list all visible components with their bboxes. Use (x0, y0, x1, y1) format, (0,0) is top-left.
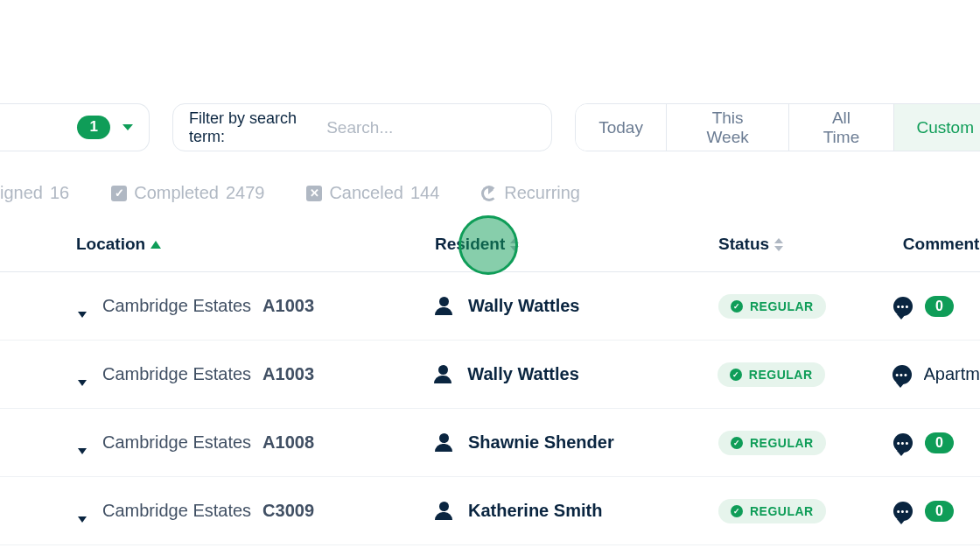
cell-comments[interactable]: •••Apartm (892, 364, 980, 384)
pin-icon (76, 502, 88, 520)
cell-resident: Shawnie Shender (435, 432, 718, 453)
chat-icon: ••• (893, 433, 913, 453)
pin-icon (76, 366, 88, 383)
column-comments[interactable]: Comments (893, 235, 980, 254)
cell-resident: Katherine Smith (435, 501, 718, 521)
search-filter[interactable]: Filter by search term: (172, 103, 552, 151)
pin-icon (76, 298, 88, 315)
cell-status: ✓REGULAR (718, 430, 893, 455)
range-today-button[interactable]: Today (576, 104, 667, 151)
search-label: Filter by search term: (189, 109, 312, 146)
person-icon (435, 502, 452, 520)
date-range-group: Today This Week All Time Custom (575, 103, 980, 151)
pin-icon (76, 434, 88, 452)
cell-comments[interactable]: •••0 (893, 432, 980, 453)
table-row[interactable]: Cambridge EstatesA1003Wally Wattles✓REGU… (0, 272, 980, 341)
column-location[interactable]: Location (76, 235, 435, 254)
tab-canceled[interactable]: ✕ Canceled 144 (306, 183, 439, 203)
person-icon (435, 297, 452, 315)
table-body: Cambridge EstatesA1003Wally Wattles✓REGU… (0, 272, 980, 545)
cell-location: Cambridge EstatesA1003 (76, 364, 434, 384)
verified-icon: ✓ (731, 505, 743, 517)
status-badge: ✓REGULAR (718, 294, 826, 319)
check-icon: ✓ (111, 186, 127, 201)
cell-location: Cambridge EstatesA1003 (76, 296, 435, 316)
status-badge: ✓REGULAR (718, 499, 826, 523)
cell-comments[interactable]: •••0 (893, 501, 980, 522)
filter-dropdown[interactable]: 1 (0, 103, 150, 151)
column-status[interactable]: Status (718, 235, 893, 254)
tab-recurring[interactable]: Recurring (481, 183, 580, 203)
comment-count: 0 (925, 501, 954, 522)
sort-icon (510, 238, 519, 251)
cell-status: ✓REGULAR (718, 498, 893, 523)
cell-location: Cambridge EstatesC3009 (76, 501, 435, 521)
recurring-icon (481, 186, 497, 201)
verified-icon: ✓ (731, 300, 743, 313)
filter-count-badge: 1 (77, 116, 109, 138)
range-custom-button[interactable]: Custom (894, 104, 980, 151)
cell-status: ✓REGULAR (718, 293, 893, 319)
table-row[interactable]: Cambridge EstatesA1008Shawnie Shender✓RE… (0, 409, 980, 477)
sort-asc-icon (150, 241, 161, 249)
table-row[interactable]: Cambridge EstatesA1003Wally Wattles✓REGU… (0, 341, 980, 409)
chat-icon: ••• (893, 502, 913, 521)
cell-comments[interactable]: •••0 (893, 296, 980, 317)
tab-assigned[interactable]: ssigned 16 (0, 183, 69, 203)
range-week-button[interactable]: This Week (667, 104, 790, 151)
comment-text: Apartm (924, 364, 980, 384)
status-badge: ✓REGULAR (718, 362, 825, 387)
verified-icon: ✓ (731, 437, 743, 449)
chat-icon: ••• (892, 365, 912, 384)
verified-icon: ✓ (730, 369, 742, 381)
cell-resident: Wally Wattles (434, 364, 717, 384)
status-badge: ✓REGULAR (718, 431, 826, 455)
person-icon (435, 433, 452, 452)
table-row[interactable]: Cambridge EstatesC3009Katherine Smith✓RE… (0, 477, 980, 545)
cell-location: Cambridge EstatesA1008 (76, 432, 435, 453)
caret-down-icon (122, 124, 133, 130)
chat-icon: ••• (893, 297, 913, 316)
x-icon: ✕ (306, 186, 322, 201)
tab-completed[interactable]: ✓ Completed 2479 (111, 183, 264, 203)
column-resident[interactable]: Resident (435, 235, 718, 254)
comment-count: 0 (925, 296, 954, 317)
sort-icon (774, 238, 783, 251)
person-icon (434, 365, 452, 383)
search-input[interactable] (325, 117, 536, 138)
range-all-button[interactable]: All Time (789, 104, 893, 151)
comment-count: 0 (925, 432, 954, 453)
cell-resident: Wally Wattles (435, 296, 718, 316)
cell-status: ✓REGULAR (718, 362, 892, 387)
